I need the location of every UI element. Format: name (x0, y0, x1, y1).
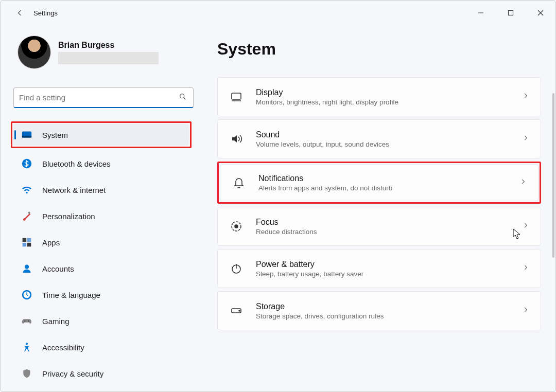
card-title: Power & battery (256, 260, 363, 269)
card-focus[interactable]: Focus Reduce distractions (217, 207, 541, 246)
profile-block[interactable]: Brian Burgess (13, 35, 194, 69)
avatar (18, 35, 51, 69)
minimize-button[interactable] (466, 1, 496, 25)
sidebar-item-label: Time & language (42, 291, 100, 299)
scrollbar[interactable] (552, 93, 554, 258)
sidebar-item-label: Network & internet (42, 186, 106, 194)
chevron-right-icon (522, 134, 529, 144)
search-box[interactable] (13, 87, 194, 108)
shield-icon (21, 367, 33, 380)
sidebar-item-apps[interactable]: Apps (13, 231, 194, 253)
sidebar-item-label: System (42, 131, 68, 139)
svg-rect-10 (23, 238, 27, 242)
sidebar-item-label: Accounts (42, 264, 74, 273)
sidebar-item-network[interactable]: Network & internet (13, 179, 194, 201)
card-title: Focus (256, 218, 317, 227)
card-notifications[interactable]: Notifications Alerts from apps and syste… (220, 164, 538, 201)
person-icon (21, 262, 33, 275)
svg-line-5 (184, 97, 186, 99)
brush-icon (21, 210, 33, 222)
svg-rect-12 (23, 243, 27, 247)
sidebar-item-bluetooth[interactable]: Bluetooth & devices (13, 153, 194, 174)
accessibility-icon (21, 341, 33, 353)
storage-icon (229, 304, 244, 318)
back-button[interactable] (15, 8, 25, 18)
sidebar-item-personalization[interactable]: Personalization (13, 205, 194, 227)
bell-icon (232, 175, 246, 190)
sidebar-item-gaming[interactable]: Gaming (13, 310, 194, 332)
chevron-right-icon (522, 264, 529, 273)
chevron-right-icon (522, 92, 529, 101)
sidebar-item-time-language[interactable]: Time & language (13, 284, 194, 306)
focus-icon (229, 219, 244, 234)
sidebar-item-label: Gaming (42, 317, 70, 326)
nav-list: System Bluetooth & devices Network & int… (13, 121, 194, 384)
card-power[interactable]: Power & battery Sleep, battery usage, ba… (217, 249, 541, 288)
card-subtitle: Alerts from apps and system, do not dist… (258, 184, 392, 192)
apps-icon (21, 236, 33, 248)
card-title: Notifications (258, 174, 392, 183)
profile-email-placeholder (58, 52, 159, 64)
svg-rect-20 (232, 93, 241, 99)
bluetooth-icon (21, 157, 33, 170)
svg-rect-9 (28, 211, 30, 214)
sidebar-item-label: Bluetooth & devices (42, 159, 111, 168)
chevron-right-icon (522, 222, 529, 231)
card-subtitle: Storage space, drives, configuration rul… (256, 312, 384, 320)
page-title: System (217, 40, 541, 59)
card-sound[interactable]: Sound Volume levels, output, input, soun… (217, 119, 541, 158)
card-subtitle: Volume levels, output, input, sound devi… (256, 140, 389, 148)
search-input[interactable] (19, 93, 172, 102)
svg-point-4 (180, 94, 184, 98)
sidebar-item-label: Personalization (42, 212, 95, 221)
card-subtitle: Monitors, brightness, night light, displ… (256, 98, 398, 106)
titlebar: Settings (1, 1, 555, 25)
chevron-right-icon (522, 306, 529, 315)
card-subtitle: Reduce distractions (256, 228, 317, 236)
svg-rect-1 (509, 11, 513, 15)
profile-name: Brian Burgess (58, 41, 159, 50)
system-icon (21, 129, 33, 141)
card-title: Sound (256, 130, 389, 139)
svg-rect-11 (27, 238, 31, 242)
svg-point-27 (239, 310, 240, 311)
sidebar-item-system[interactable]: System (13, 124, 189, 146)
close-button[interactable] (526, 1, 555, 25)
highlight-system: System (11, 121, 192, 148)
search-icon (179, 93, 187, 103)
maximize-button[interactable] (496, 1, 526, 25)
svg-point-14 (25, 265, 29, 269)
main-panel: System Display Monitors, brightness, nig… (199, 25, 555, 391)
wifi-icon (21, 184, 33, 196)
card-storage[interactable]: Storage Storage space, drives, configura… (217, 291, 541, 330)
sidebar-item-accounts[interactable]: Accounts (13, 258, 194, 279)
card-subtitle: Sleep, battery usage, battery saver (256, 270, 363, 278)
card-display[interactable]: Display Monitors, brightness, night ligh… (217, 77, 541, 116)
gamepad-icon (21, 315, 33, 327)
window-controls (466, 1, 555, 25)
sidebar-item-label: Apps (42, 238, 60, 247)
svg-point-23 (235, 225, 238, 228)
sidebar-item-label: Privacy & security (42, 369, 103, 378)
svg-point-18 (24, 320, 25, 322)
sound-icon (229, 132, 244, 146)
display-icon (229, 90, 244, 104)
sidebar: Brian Burgess System Bluetooth & devices (1, 25, 199, 391)
chevron-right-icon (519, 178, 527, 187)
titlebar-label: Settings (33, 9, 58, 17)
globe-clock-icon (21, 289, 33, 301)
svg-point-17 (28, 320, 29, 322)
settings-cards: Display Monitors, brightness, night ligh… (217, 77, 541, 330)
sidebar-item-accessibility[interactable]: Accessibility (13, 336, 194, 358)
sidebar-item-privacy[interactable]: Privacy & security (13, 363, 194, 384)
svg-point-19 (26, 343, 28, 345)
sidebar-item-label: Accessibility (42, 343, 84, 352)
power-icon (229, 261, 244, 276)
card-title: Display (256, 88, 398, 97)
highlight-notifications: Notifications Alerts from apps and syste… (217, 162, 541, 204)
svg-rect-7 (22, 136, 31, 138)
card-title: Storage (256, 302, 384, 311)
svg-rect-13 (27, 243, 31, 247)
